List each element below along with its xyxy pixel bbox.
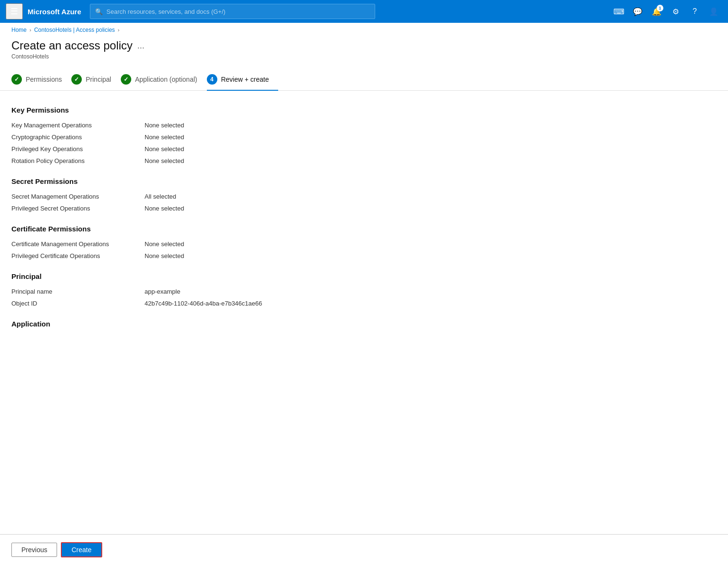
wizard-step-permissions[interactable]: ✓ Permissions: [11, 69, 71, 90]
user-icon: 👤: [709, 7, 718, 16]
privileged-cert-row: Privileged Certificate Operations None s…: [11, 252, 717, 259]
page-title: Create an access policy: [11, 39, 133, 52]
azure-logo: Microsoft Azure: [28, 8, 81, 16]
topbar: ☰ Microsoft Azure 🔍 ⌨ 💬 🔔 1 ⚙ ? 👤: [0, 0, 728, 23]
cloud-shell-button[interactable]: ⌨: [610, 3, 627, 20]
privileged-key-value: None selected: [145, 145, 184, 153]
cert-mgmt-value: None selected: [145, 240, 184, 248]
page-header: Create an access policy ... ContosoHotel…: [0, 35, 728, 62]
crypto-ops-value: None selected: [145, 134, 184, 141]
settings-button[interactable]: ⚙: [667, 3, 684, 20]
key-permissions-title: Key Permissions: [11, 106, 717, 114]
account-button[interactable]: 👤: [705, 3, 722, 20]
gear-icon: ⚙: [672, 7, 679, 16]
step-label-review: Review + create: [221, 76, 269, 83]
step-circle-review: 4: [207, 74, 217, 85]
previous-button[interactable]: Previous: [11, 543, 57, 557]
privileged-key-label: Privileged Key Operations: [11, 145, 145, 153]
feedback-icon: 💬: [633, 7, 642, 16]
breadcrumb-parent[interactable]: ContosoHotels | Access policies: [34, 27, 115, 33]
breadcrumb-home[interactable]: Home: [11, 27, 27, 33]
secret-mgmt-value: All selected: [145, 193, 176, 200]
notification-badge: 1: [657, 5, 663, 11]
hamburger-menu-button[interactable]: ☰: [6, 3, 23, 19]
cert-permissions-title: Certificate Permissions: [11, 225, 717, 233]
secret-permissions-title: Secret Permissions: [11, 177, 717, 185]
breadcrumb-separator-1: ›: [29, 27, 31, 33]
create-button[interactable]: Create: [61, 542, 102, 557]
key-mgmt-label: Key Management Operations: [11, 122, 145, 129]
page-subtitle: ContosoHotels: [11, 53, 717, 60]
secret-mgmt-row: Secret Management Operations All selecte…: [11, 193, 717, 200]
main-content: Key Permissions Key Management Operation…: [0, 91, 728, 383]
search-input[interactable]: [107, 8, 370, 15]
wizard-step-review[interactable]: 4 Review + create: [207, 69, 279, 90]
page-title-more-button[interactable]: ...: [137, 41, 145, 51]
feedback-button[interactable]: 💬: [629, 3, 646, 20]
help-icon: ?: [693, 7, 697, 16]
crypto-ops-label: Cryptographic Operations: [11, 134, 145, 141]
wizard-step-application[interactable]: ✓ Application (optional): [121, 69, 207, 90]
privileged-secret-row: Privileged Secret Operations None select…: [11, 205, 717, 212]
key-mgmt-value: None selected: [145, 122, 184, 129]
wizard-step-principal[interactable]: ✓ Principal: [71, 69, 121, 90]
step-circle-principal: ✓: [71, 74, 82, 85]
key-mgmt-row: Key Management Operations None selected: [11, 122, 717, 129]
object-id-value: 42b7c49b-1102-406d-a4ba-e7b346c1ae66: [145, 300, 262, 307]
object-id-row: Object ID 42b7c49b-1102-406d-a4ba-e7b346…: [11, 300, 717, 307]
step-circle-permissions: ✓: [11, 74, 22, 85]
rotation-policy-label: Rotation Policy Operations: [11, 157, 145, 164]
search-icon: 🔍: [95, 8, 103, 15]
privileged-cert-label: Privileged Certificate Operations: [11, 252, 145, 259]
topbar-icons: ⌨ 💬 🔔 1 ⚙ ? 👤: [610, 3, 722, 20]
principal-name-label: Principal name: [11, 288, 145, 295]
action-bar: Previous Create: [0, 534, 728, 565]
notifications-button[interactable]: 🔔 1: [648, 3, 665, 20]
privileged-secret-label: Privileged Secret Operations: [11, 205, 145, 212]
crypto-ops-row: Cryptographic Operations None selected: [11, 134, 717, 141]
breadcrumb: Home › ContosoHotels | Access policies ›: [0, 23, 728, 35]
principal-name-value: app-example: [145, 288, 180, 295]
privileged-key-row: Privileged Key Operations None selected: [11, 145, 717, 153]
cloud-shell-icon: ⌨: [613, 7, 624, 16]
application-title: Application: [11, 320, 717, 328]
breadcrumb-separator-2: ›: [118, 27, 120, 33]
step-label-permissions: Permissions: [26, 76, 62, 83]
help-button[interactable]: ?: [686, 3, 703, 20]
wizard-steps: ✓ Permissions ✓ Principal ✓ Application …: [0, 62, 728, 91]
secret-mgmt-label: Secret Management Operations: [11, 193, 145, 200]
search-bar[interactable]: 🔍: [90, 4, 375, 19]
privileged-cert-value: None selected: [145, 252, 184, 259]
rotation-policy-value: None selected: [145, 157, 184, 164]
step-circle-application: ✓: [121, 74, 131, 85]
privileged-secret-value: None selected: [145, 205, 184, 212]
object-id-label: Object ID: [11, 300, 145, 307]
principal-name-row: Principal name app-example: [11, 288, 717, 295]
step-label-application: Application (optional): [135, 76, 197, 83]
cert-mgmt-row: Certificate Management Operations None s…: [11, 240, 717, 248]
step-label-principal: Principal: [86, 76, 111, 83]
principal-title: Principal: [11, 272, 717, 280]
rotation-policy-row: Rotation Policy Operations None selected: [11, 157, 717, 164]
cert-mgmt-label: Certificate Management Operations: [11, 240, 145, 248]
